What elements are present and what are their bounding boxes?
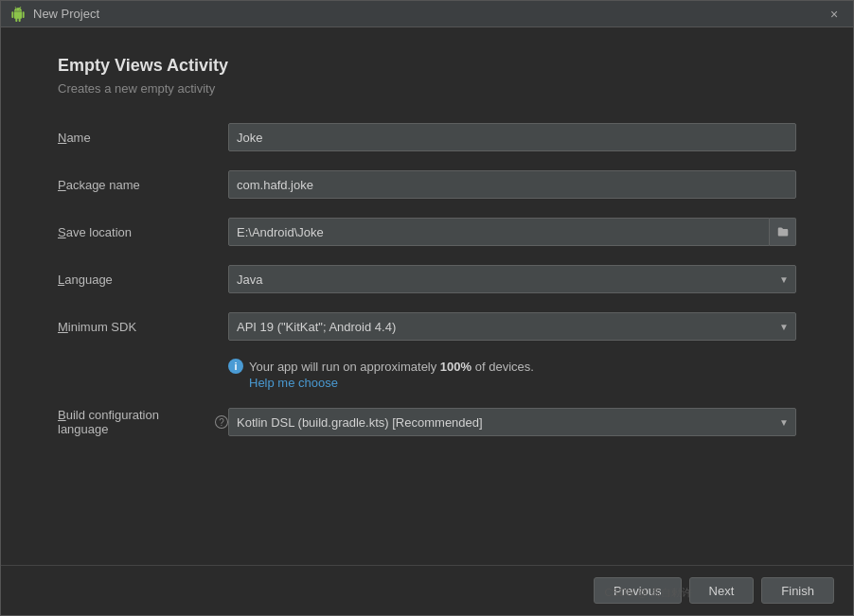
package-name-label: Package name <box>58 178 228 192</box>
title-bar: New Project × <box>1 1 853 27</box>
info-box: i Your app will run on approximately 100… <box>228 359 796 390</box>
package-name-input[interactable] <box>228 170 796 199</box>
close-button[interactable]: × <box>825 5 844 24</box>
footer: Previous Next Finish <box>1 565 853 615</box>
build-config-label-group: Build configuration language ? <box>58 408 228 436</box>
language-dropdown-wrap: Java Kotlin ▼ <box>228 265 796 293</box>
info-row: i Your app will run on approximately 100… <box>228 359 796 390</box>
save-location-input[interactable] <box>228 218 770 246</box>
build-config-label: Build configuration language ? <box>58 408 228 436</box>
minimum-sdk-select[interactable]: API 19 ("KitKat"; Android 4.4) API 21 AP… <box>228 312 796 341</box>
build-config-help-icon[interactable]: ? <box>215 415 228 429</box>
build-config-dropdown-wrap: Kotlin DSL (build.gradle.kts) [Recommend… <box>228 408 796 436</box>
minimum-sdk-label: Minimum SDK <box>58 320 228 334</box>
minimum-sdk-row: Minimum SDK API 19 ("KitKat"; Android 4.… <box>58 311 796 342</box>
name-row: Name <box>58 122 796 152</box>
folder-icon <box>777 226 789 238</box>
section-title: Empty Views Activity <box>58 56 796 76</box>
build-config-select[interactable]: Kotlin DSL (build.gradle.kts) [Recommend… <box>228 408 796 436</box>
package-name-input-wrap <box>228 170 796 199</box>
package-name-row: Package name <box>58 169 796 200</box>
previous-button[interactable]: Previous <box>594 577 682 604</box>
name-label: Name <box>58 131 228 145</box>
info-message-row: i Your app will run on approximately 100… <box>228 359 796 374</box>
window-title: New Project <box>33 7 99 21</box>
content-area: Empty Views Activity Creates a new empty… <box>1 27 853 565</box>
title-bar-left: New Project <box>10 7 99 22</box>
save-location-label: Save location <box>58 225 228 239</box>
language-select[interactable]: Java Kotlin <box>228 265 796 293</box>
info-suffix: of devices. <box>471 360 534 374</box>
build-config-row: Build configuration language ? Kotlin DS… <box>58 407 796 437</box>
help-me-choose-link[interactable]: Help me choose <box>249 376 796 390</box>
language-row: Language Java Kotlin ▼ <box>58 264 796 294</box>
next-button[interactable]: Next <box>689 577 755 604</box>
save-location-field-group <box>228 218 796 246</box>
name-input[interactable] <box>228 123 796 151</box>
android-icon <box>10 7 26 22</box>
minimum-sdk-dropdown-wrap: API 19 ("KitKat"; Android 4.4) API 21 AP… <box>228 312 796 341</box>
name-input-wrap <box>228 123 796 151</box>
browse-button[interactable] <box>770 218 796 246</box>
info-text: Your app will run on approximately 100% … <box>249 360 534 374</box>
language-label: Language <box>58 273 228 287</box>
build-config-label-text: Build configuration language <box>58 408 210 436</box>
section-subtitle: Creates a new empty activity <box>58 81 796 96</box>
info-percentage: 100% <box>440 360 471 374</box>
save-location-input-wrap <box>228 218 796 246</box>
new-project-window: New Project × Empty Views Activity Creat… <box>0 0 854 616</box>
save-location-row: Save location <box>58 217 796 247</box>
info-icon: i <box>228 359 243 374</box>
finish-button[interactable]: Finish <box>761 577 834 604</box>
